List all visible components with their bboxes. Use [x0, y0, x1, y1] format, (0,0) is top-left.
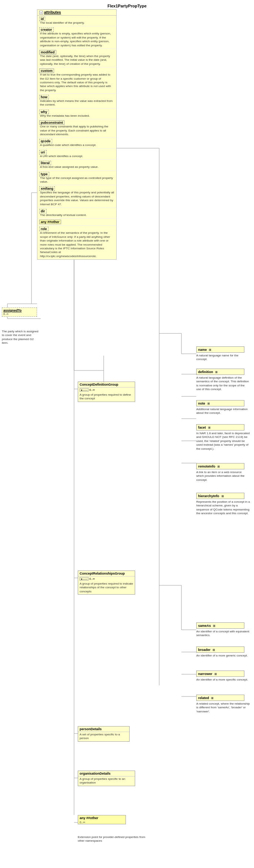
connector-bullet2: ●——: [80, 577, 88, 581]
attributes-label: attributes: [44, 10, 61, 14]
right-note-label: note: [198, 402, 205, 405]
field-uri-desc: A URI which identifies a concept.: [39, 154, 114, 158]
right-name-box: name ⊞: [196, 346, 244, 353]
field-how-name: how: [39, 95, 49, 99]
right-facet-label: facet: [198, 426, 206, 429]
field-why-desc: Why the metadata has been included.: [39, 114, 114, 118]
assigned-to-box: assignedTo 0..n: [2, 307, 37, 317]
field-type-name: type: [39, 172, 49, 176]
field-xmllang: xmllang Specifies the language of this p…: [37, 185, 116, 207]
right-narrower-label: narrower: [198, 672, 213, 676]
field-uri-name: uri: [39, 150, 47, 154]
right-name-label: name: [198, 348, 207, 352]
field-role-name: role: [39, 227, 49, 231]
field-dir-desc: The directionality of textual content.: [39, 213, 114, 217]
field-literal-desc: A free-text value assigned as property v…: [39, 165, 114, 169]
field-qcode: qcode A qualified code which identifies …: [37, 138, 116, 148]
person-details-header: personDetails: [78, 726, 129, 732]
field-modified: modified The date (and, optionally, the …: [37, 49, 116, 67]
field-custom-name: custom: [39, 69, 54, 73]
field-type: type The type of the concept assigned as…: [37, 171, 116, 185]
field-xmllang-name: xmllang: [39, 186, 55, 191]
concept-relationships-group-box: ConceptRelationshipsGroup ●—— 0..∞ A gro…: [78, 571, 135, 595]
organisation-details-box: organisationDetails A group of propertie…: [78, 771, 135, 786]
field-creator-name: creator: [39, 27, 54, 32]
person-details-desc: A set of properties specific to a person: [78, 732, 129, 741]
field-dir-name: dir: [39, 209, 47, 213]
right-facet-desc: In NAR 1.8 and later, facet is deprecate…: [196, 432, 250, 451]
right-broader-desc: An identifier of a more generic concept.: [196, 654, 250, 658]
field-role-desc: A refinement of the semantics of the pro…: [39, 231, 114, 258]
right-narrower-icon: ⊞: [214, 672, 217, 676]
concept-definition-group-box: ConceptDefinitionGroup ●—— 0..∞ A group …: [78, 382, 135, 402]
attributes-box-icon: ▪: [39, 11, 43, 14]
right-hierarchy-info-label: hierarchyInfo: [198, 494, 219, 498]
field-why: why Why the metadata has been included.: [37, 109, 116, 119]
field-id-desc: The local identifier of the property.: [39, 21, 114, 25]
assigned-to-label: assignedTo: [3, 309, 36, 312]
any-other-bottom-multi: 0..∞: [78, 821, 126, 824]
field-uri: uri A URI which identifies a concept.: [37, 149, 116, 159]
page-title: Flex1PartyPropType: [4, 4, 250, 8]
multi-label-rel: 0..∞: [89, 577, 95, 581]
multi-label-def: 0..∞: [89, 388, 95, 392]
right-note-box: note ⊞: [196, 400, 244, 406]
right-related-label: related: [198, 696, 209, 700]
field-literal-name: literal: [39, 161, 51, 165]
field-pubconstraint-desc: One or many constraints that apply to pu…: [39, 125, 114, 136]
concept-definition-group-header: ConceptDefinitionGroup: [78, 382, 135, 388]
concept-definition-group-connectors: ●—— 0..∞: [78, 388, 135, 392]
field-why-name: why: [39, 110, 49, 114]
right-same-as-desc: An identifier of a concept with equivale…: [196, 630, 250, 638]
right-broader-box: broader ⊞: [196, 646, 244, 653]
organisation-details-desc: A group of properties specific to an org…: [78, 776, 135, 786]
field-role: role A refinement of the semantics of th…: [37, 226, 116, 259]
right-remote-info-label: remoteInfo: [198, 465, 215, 468]
field-modified-desc: The date (and, optionally, the time) whe…: [39, 54, 114, 66]
field-custom-desc: If set to true the corresponding propert…: [39, 73, 114, 92]
right-definition-label: definition: [198, 370, 213, 374]
attributes-group: ▪ attributes id The local identifier of …: [37, 9, 117, 260]
concept-relationships-group-header: ConceptRelationshipsGroup: [78, 571, 135, 576]
any-other-bottom-box: any ##other 0..∞: [78, 815, 126, 824]
right-remote-info-box: remoteInfo ⊞: [196, 463, 244, 469]
right-same-as-icon: ⊞: [213, 624, 215, 628]
field-xmllang-desc: Specifies the language of this property …: [39, 191, 114, 206]
right-related-box: related ⊞: [196, 695, 244, 701]
field-modified-name: modified: [39, 50, 56, 54]
right-note-icon: ⊞: [207, 402, 210, 405]
field-qcode-name: qcode: [39, 139, 52, 143]
right-definition-box: definition ⊞: [196, 369, 244, 375]
right-hierarchy-info-desc: Represents the position of a concept in …: [196, 500, 250, 516]
field-qcode-desc: A qualified code which identifies a conc…: [39, 143, 114, 147]
right-hierarchy-info-box: hierarchyInfo ⊞: [196, 493, 244, 499]
right-narrower-box: narrower ⊞: [196, 671, 244, 677]
assigned-to-desc: The party which is assigned to cover the…: [2, 330, 39, 345]
field-any-other: any ##other: [37, 219, 116, 225]
organisation-details-header: organisationDetails: [78, 771, 135, 776]
right-same-as-label: sameAs: [198, 624, 211, 628]
right-related-icon: ⊞: [211, 696, 214, 700]
right-facet-box: facet ⊞: [196, 424, 244, 430]
right-name-icon: ⊞: [209, 348, 211, 352]
right-definition-desc: A natural language definition of the sem…: [196, 376, 250, 392]
concept-relationships-group-connectors: ●—— 0..∞: [78, 576, 135, 581]
right-broader-icon: ⊞: [213, 648, 215, 652]
right-narrower-desc: An identifier of a more specific concept…: [196, 678, 250, 682]
field-id: id The local identifier of the property.: [37, 16, 116, 26]
person-details-box: personDetails A set of properties specif…: [78, 726, 130, 742]
field-creator-desc: If the attribute is empty, specifies whi…: [39, 32, 114, 47]
right-remote-info-icon: ⊞: [217, 465, 220, 468]
attributes-header: ▪ attributes: [37, 10, 116, 16]
field-literal: literal A free-text value assigned as pr…: [37, 160, 116, 170]
field-type-desc: The type of the concept assigned as cont…: [39, 176, 114, 184]
right-same-as-box: sameAs ⊞: [196, 622, 244, 629]
field-any-other-name: any ##other: [39, 220, 61, 224]
concept-relationships-group-desc: A group of properties required to indica…: [78, 581, 135, 594]
any-other-bottom-desc: Extension point for provider-defined pro…: [78, 835, 152, 843]
right-broader-label: broader: [198, 648, 211, 652]
right-definition-icon: ⊞: [215, 370, 218, 374]
right-name-desc: A natural language name for the concept.: [196, 354, 250, 362]
field-pubconstraint: pubconstraint One or many constraints th…: [37, 119, 116, 137]
any-other-bottom-label: any ##other: [78, 815, 126, 821]
